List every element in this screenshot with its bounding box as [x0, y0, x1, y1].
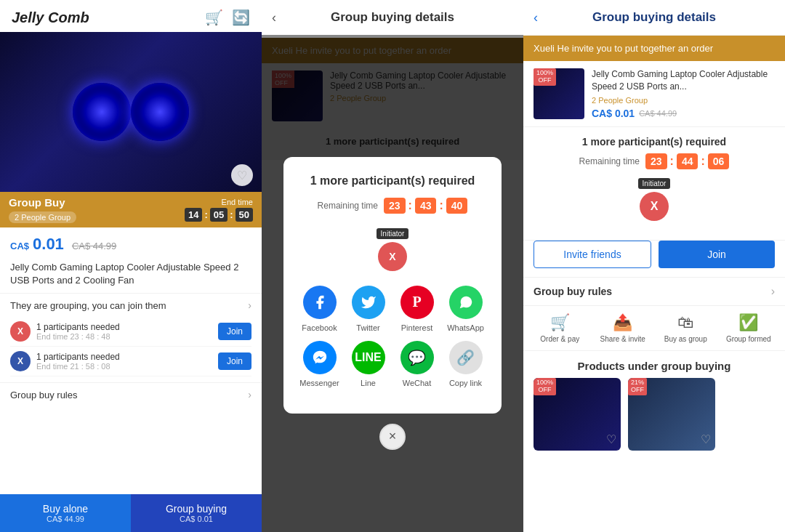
participants-title: 1 more participant(s) required	[534, 136, 775, 148]
header-icons: 🛒 🔄	[205, 9, 250, 26]
product-name: Jelly Comb Gaming Laptop Cooler Adjustab…	[592, 68, 775, 93]
whatsapp-icon	[449, 286, 483, 319]
share-messenger[interactable]: Messenger	[298, 341, 341, 387]
twitter-label: Twitter	[356, 323, 379, 332]
share-invite-icon: 📤	[613, 313, 632, 332]
join-button[interactable]: Join	[218, 323, 251, 340]
group-buy-right: End time 14 : 05 : 50	[185, 198, 253, 222]
grouping-header: They are grouping, you can join them ›	[10, 299, 251, 311]
rules-icons: 🛒 Order & pay 📤 Share & invite 🛍 Buy as …	[523, 306, 785, 351]
back-button[interactable]: ‹	[534, 10, 538, 25]
pinterest-label: Pinterest	[401, 323, 432, 332]
chevron-right-icon: ›	[248, 389, 251, 400]
rules-row[interactable]: Group buy rules ›	[523, 277, 785, 306]
timer-hours: 14	[185, 208, 202, 222]
panel2-title: Group buying details	[331, 10, 454, 25]
group-formed-icon: ✅	[738, 313, 758, 332]
rule-group-formed: ✅ Group formed	[722, 313, 776, 343]
buy-alone-button[interactable]: Buy alone CA$ 44.99	[0, 494, 131, 532]
chevron-right-icon: ›	[771, 285, 775, 298]
participants-count: 1 participants needed	[36, 352, 212, 362]
pinterest-icon: P	[400, 286, 434, 319]
rules-title: Group buy rules	[534, 286, 612, 297]
chevron-right-icon: ›	[248, 299, 251, 311]
group-formed-label: Group formed	[726, 335, 771, 343]
timer-label: Remaining time	[318, 201, 378, 211]
invite-friends-button[interactable]: Invite friends	[534, 241, 651, 268]
group-buying-label: Group buying	[166, 503, 227, 515]
timer-minutes: 43	[415, 198, 437, 214]
group-item: X 1 participants needed End time 23 : 48…	[10, 317, 251, 347]
participants-count: 1 participants needed	[36, 322, 212, 332]
group-buy-title: Group Buy	[9, 196, 76, 209]
product-name: Jelly Comb Gaming Laptop Cooler Adjustab…	[0, 258, 262, 293]
original-price: CA$ 44.99	[72, 241, 116, 251]
share-pinterest[interactable]: P Pinterest	[395, 286, 438, 332]
messenger-icon	[303, 341, 337, 374]
countdown-timer: 14 : 05 : 50	[185, 208, 253, 222]
refresh-icon[interactable]: 🔄	[232, 9, 250, 26]
modal-title: 1 more participant(s) required	[298, 174, 487, 188]
share-wechat[interactable]: 💬 WeChat	[395, 341, 438, 387]
share-whatsapp[interactable]: WhatsApp	[444, 286, 487, 332]
product-thumbnail: 100%OFF	[534, 68, 584, 119]
timer-label: Remaining time	[579, 156, 640, 166]
modal-overlay: 1 more participant(s) required Remaining…	[262, 38, 523, 532]
group-buy-left: Group Buy 2 People Group	[9, 196, 76, 223]
product-thumb-2[interactable]: 21%OFF ♡	[628, 378, 715, 451]
whatsapp-label: WhatsApp	[447, 323, 484, 332]
people-group: 2 People Group	[592, 96, 775, 105]
wishlist-icon[interactable]: ♡	[231, 164, 253, 186]
end-time-label: End time	[222, 198, 253, 206]
back-button[interactable]: ‹	[272, 10, 276, 25]
modal-timer: Remaining time 23 : 43 : 40	[298, 198, 487, 214]
wishlist-icon-2[interactable]: ♡	[701, 432, 711, 446]
panel3-header: ‹ Group buying details	[523, 0, 785, 36]
twitter-icon	[352, 286, 385, 319]
participants-section: 1 more participant(s) required Remaining…	[523, 127, 785, 241]
panel-group-buying-detail: ‹ Group buying details Xueli He invite y…	[523, 0, 785, 532]
panel-product-detail: Jelly Comb 🛒 🔄 ♡ Group Buy 2 People Grou…	[0, 0, 262, 532]
avatar: X	[10, 321, 31, 342]
group-item-info: 1 participants needed End time 23 : 48 :…	[36, 322, 212, 341]
end-time-detail: End time 21 : 58 : 08	[36, 362, 212, 371]
grouping-section: They are grouping, you can join them › X…	[0, 293, 262, 382]
timer-seconds: 40	[446, 198, 468, 214]
timer-hours: 23	[645, 153, 667, 169]
rules-title: Group buy rules	[10, 390, 78, 400]
initiator-label: Initiator	[638, 178, 671, 189]
wishlist-icon-1[interactable]: ♡	[606, 432, 616, 446]
share-twitter[interactable]: Twitter	[347, 286, 390, 332]
initiator-label: Initiator	[377, 228, 409, 239]
timer-seconds: 06	[708, 153, 730, 169]
order-pay-icon: 🛒	[550, 313, 570, 332]
current-price: CA$ 0.01	[10, 238, 68, 252]
share-line[interactable]: LINE Line	[347, 341, 390, 387]
fan-right	[131, 83, 189, 141]
join-button[interactable]: Join	[659, 241, 775, 268]
fan-image	[58, 61, 204, 163]
wechat-label: WeChat	[403, 379, 432, 387]
fan-left	[73, 83, 131, 141]
people-group-badge: 2 People Group	[9, 211, 76, 223]
group-buying-button[interactable]: Group buying CA$ 0.01	[131, 494, 262, 532]
cart-icon[interactable]: 🛒	[205, 9, 223, 26]
share-copylink[interactable]: 🔗 Copy link	[444, 341, 487, 387]
join-button[interactable]: Join	[218, 352, 251, 370]
product-thumb-1[interactable]: 100%OFF ♡	[534, 378, 621, 451]
facebook-icon	[303, 286, 337, 319]
group-buy-banner: Group Buy 2 People Group End time 14 : 0…	[0, 192, 262, 227]
wechat-icon: 💬	[400, 341, 434, 374]
current-price: CA$ 0.01	[592, 108, 635, 119]
share-facebook[interactable]: Facebook	[298, 286, 341, 332]
panel2-header: ‹ Group buying details	[262, 0, 523, 35]
group-item-info: 1 participants needed End time 21 : 58 :…	[36, 352, 212, 371]
share-modal: 1 more participant(s) required Remaining…	[283, 157, 502, 414]
discount-badge: 100%OFF	[534, 68, 556, 86]
products-under-title: Products under group buying	[523, 351, 785, 378]
buy-as-group-label: Buy as group	[664, 335, 707, 343]
rule-share-invite: 📤 Share & invite	[597, 313, 650, 343]
close-modal-button[interactable]: ×	[379, 424, 406, 450]
group-item: X 1 participants needed End time 21 : 58…	[10, 347, 251, 376]
logo: Jelly Comb	[12, 9, 89, 26]
